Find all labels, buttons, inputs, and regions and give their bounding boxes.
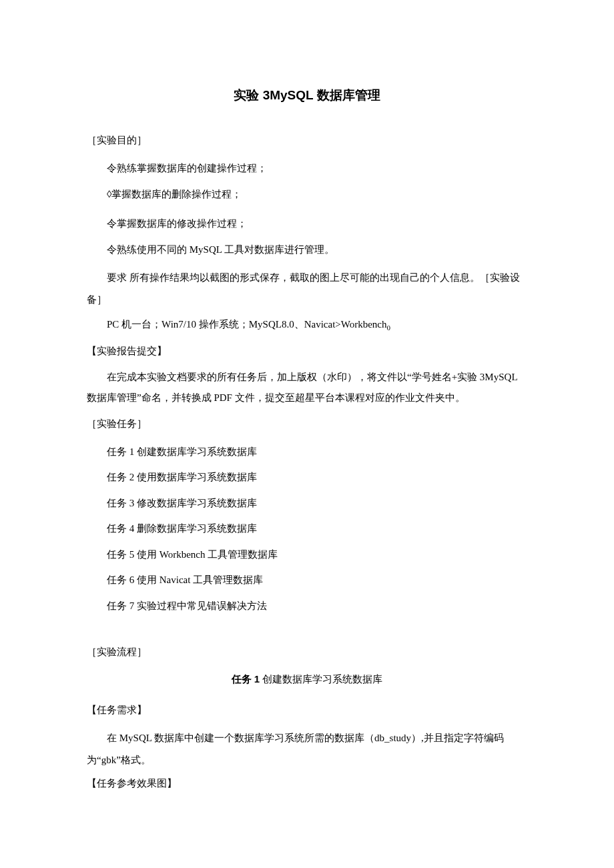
task-req-body: 在 MySQL 数据库中创建一个数据库学习系统所需的数据库（db_study）,… (87, 727, 527, 771)
task-item-5: 任务 5 使用 Workbench 工具管理数据库 (87, 546, 527, 564)
purpose-item-2: ◊掌握数据库的删除操作过程； (87, 186, 527, 203)
purpose-header: ［实验目的］ (87, 132, 527, 148)
task-item-3: 任务 3 修改数据库学习系统数据库 (87, 495, 527, 512)
task1-title: 任务 1 创建数据库学习系统数据库 (87, 673, 527, 686)
tasks-header: ［实验任务］ (87, 416, 527, 432)
task-item-4: 任务 4 删除数据库学习系统数据库 (87, 520, 527, 538)
task-item-6: 任务 6 使用 Navicat 工具管理数据库 (87, 572, 527, 589)
document-title: 实验 3MySQL 数据库管理 (87, 87, 527, 104)
purpose-item-4: 令熟练使用不同的 MySQL 工具对数据库进行管理。 (87, 242, 527, 259)
requirement-line: 要求 所有操作结果均以截图的形式保存，截取的图上尽可能的出现自己的个人信息。［实… (87, 267, 527, 311)
document-page: 实验 3MySQL 数据库管理 ［实验目的］ 令熟练掌握数据库的创建操作过程； … (0, 0, 614, 858)
equipment-text: PC 机一台；Win7/10 操作系统；MySQL8.0、Navicat>Wor… (107, 319, 387, 330)
effect-header: 【任务参考效果图】 (87, 775, 527, 791)
purpose-item-3: 令掌握数据库的修改操作过程； (87, 215, 527, 233)
task-item-1: 任务 1 创建数据库学习系统数据库 (87, 444, 527, 461)
task-item-7: 任务 7 实验过程中常见错误解决方法 (87, 598, 527, 615)
equipment-line: PC 机一台；Win7/10 操作系统；MySQL8.0、Navicat>Wor… (87, 316, 527, 334)
equipment-sub: 0 (387, 324, 391, 332)
report-body: 在完成本实验文档要求的所有任务后，加上版权（水印），将文件以“学号姓名+实验 3… (87, 367, 527, 409)
report-header: 【实验报告提交】 (87, 343, 527, 359)
flow-header: ［实验流程］ (87, 644, 527, 660)
purpose-item-1: 令熟练掌握数据库的创建操作过程； (87, 160, 527, 177)
task1-title-rest: 创建数据库学习系统数据库 (262, 674, 382, 685)
task-item-2: 任务 2 使用数据库学习系统数据库 (87, 469, 527, 486)
task-req-header: 【任务需求】 (87, 702, 527, 718)
task1-title-bold: 任务 1 (232, 673, 263, 685)
